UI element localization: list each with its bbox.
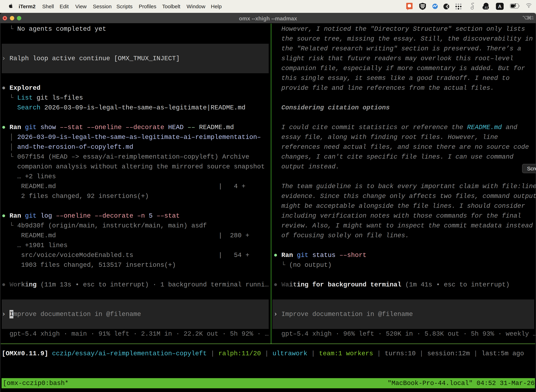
svg-text:..61: ..61 [483, 6, 488, 9]
svg-text:1: 1 [531, 15, 534, 20]
svg-text:A: A [498, 4, 502, 9]
